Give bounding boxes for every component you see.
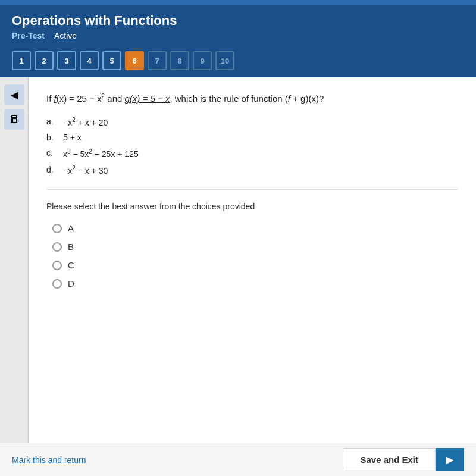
radio-option-d[interactable]: D [52, 278, 458, 289]
radio-option-b[interactable]: B [52, 242, 458, 252]
top-bar [0, 0, 476, 5]
mark-return-button[interactable]: Mark this and return [12, 455, 86, 465]
choice-c-label: c. [46, 148, 58, 158]
choice-b: b. 5 + x [46, 133, 458, 142]
choice-a-label: a. [46, 117, 58, 126]
sidebar: ◀ 🖩 [0, 77, 29, 468]
nav-btn-5[interactable]: 5 [102, 51, 121, 70]
save-exit-button[interactable]: Save and Exit [343, 448, 436, 471]
nav-btn-7[interactable]: 7 [148, 51, 167, 70]
next-button[interactable]: ▶ [436, 448, 464, 471]
radio-option-c[interactable]: C [52, 260, 458, 270]
choice-b-label: b. [46, 133, 58, 142]
section-divider [46, 189, 458, 190]
nav-btn-6[interactable]: 6 [125, 51, 144, 70]
nav-btn-2[interactable]: 2 [35, 51, 54, 70]
nav-btn-8[interactable]: 8 [170, 51, 189, 70]
choice-a: a. −x2 + x + 20 [46, 117, 458, 127]
choice-b-text: 5 + x [63, 133, 82, 142]
question-text: If f(x) = 25 − x2 and g(x) = 5 − x, whic… [46, 92, 458, 106]
choices-list: a. −x2 + x + 20 b. 5 + x c. x3 − 5x2 − 2… [46, 117, 458, 176]
nav-btn-4[interactable]: 4 [80, 51, 99, 70]
footer-buttons: Save and Exit ▶ [343, 448, 464, 471]
function-f: f(x) = 25 − x2 [54, 93, 105, 104]
radio-circle-a [52, 224, 62, 233]
nav-btn-1[interactable]: 1 [12, 51, 31, 70]
nav-btn-9[interactable]: 9 [193, 51, 212, 70]
radio-label-c: C [68, 260, 74, 270]
main-layout: ◀ 🖩 If f(x) = 25 − x2 and g(x) = 5 − x, … [0, 77, 476, 468]
choice-c-text: x3 − 5x2 − 25x + 125 [63, 148, 139, 159]
radio-label-d: D [68, 278, 74, 289]
radio-label-b: B [68, 242, 74, 252]
sidebar-nav-icon[interactable]: ◀ [4, 84, 24, 105]
radio-group: A B C D [52, 223, 458, 289]
content-area: If f(x) = 25 − x2 and g(x) = 5 − x, whic… [29, 77, 476, 468]
header: Operations with Functions Pre-Test Activ… [0, 5, 476, 46]
header-subtitle: Pre-Test Active [12, 31, 464, 40]
active-status: Active [54, 31, 77, 40]
page-title: Operations with Functions [12, 13, 464, 29]
radio-circle-d [52, 279, 62, 289]
footer: Mark this and return Save and Exit ▶ [0, 443, 476, 476]
nav-btn-10[interactable]: 10 [215, 51, 234, 70]
nav-btn-3[interactable]: 3 [57, 51, 76, 70]
choice-d-label: d. [46, 165, 58, 174]
radio-label-a: A [68, 223, 74, 233]
function-g: g(x) = 5 − x [125, 93, 170, 104]
select-prompt: Please select the best answer from the c… [46, 202, 458, 211]
choice-d-text: −x2 − x + 30 [63, 165, 108, 176]
choice-a-text: −x2 + x + 20 [63, 117, 108, 127]
function-fg: (f + g)(x) [285, 93, 319, 104]
choice-c: c. x3 − 5x2 − 25x + 125 [46, 148, 458, 159]
choice-d: d. −x2 − x + 30 [46, 165, 458, 176]
question-nav: 1 2 3 4 5 6 7 8 9 10 [0, 46, 476, 77]
sidebar-calc-icon[interactable]: 🖩 [4, 109, 24, 130]
radio-option-a[interactable]: A [52, 223, 458, 233]
radio-circle-b [52, 242, 62, 252]
radio-circle-c [52, 261, 62, 270]
pretest-label: Pre-Test [12, 31, 45, 40]
